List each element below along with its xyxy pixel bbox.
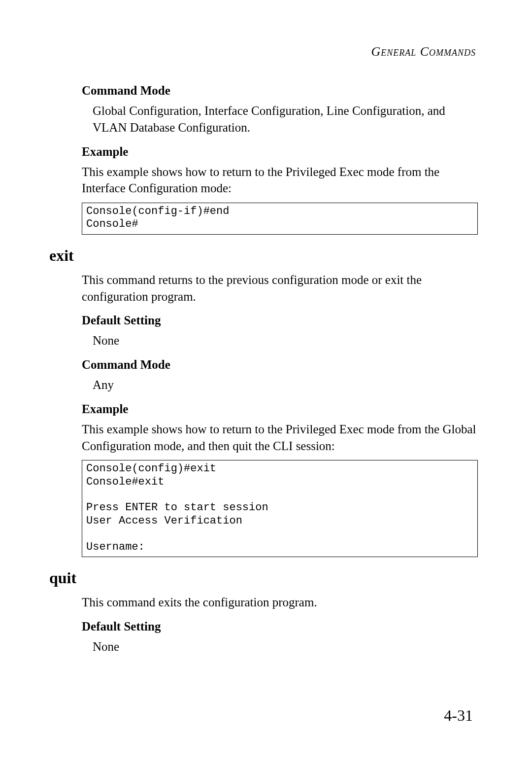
section-end-remainder: Command Mode Global Configuration, Inter…: [49, 84, 478, 235]
quit-default-text: None: [82, 638, 478, 655]
exit-example-code: Console(config)#exit Console#exit Press …: [82, 460, 478, 557]
end-example-code: Console(config-if)#end Console#: [82, 203, 478, 235]
page: General Commands Command Mode Global Con…: [0, 0, 532, 774]
end-command-mode-text: Global Configuration, Interface Configur…: [82, 103, 478, 136]
exit-command-mode-heading: Command Mode: [82, 358, 478, 372]
quit-heading: quit: [49, 569, 478, 587]
exit-heading: exit: [49, 246, 478, 265]
end-example-text: This example shows how to return to the …: [82, 164, 478, 197]
exit-default-heading: Default Setting: [82, 314, 478, 327]
section-exit: This command returns to the previous con…: [49, 272, 478, 557]
section-quit: This command exits the configuration pro…: [49, 594, 478, 655]
exit-default-text: None: [82, 332, 478, 349]
end-example-heading: Example: [82, 145, 478, 159]
exit-description: This command returns to the previous con…: [82, 272, 478, 305]
exit-example-text: This example shows how to return to the …: [82, 421, 478, 455]
end-command-mode-heading: Command Mode: [82, 84, 478, 98]
exit-example-heading: Example: [82, 402, 478, 416]
quit-default-heading: Default Setting: [82, 620, 478, 633]
exit-command-mode-text: Any: [82, 377, 478, 393]
running-header: General Commands: [49, 44, 478, 59]
quit-description: This command exits the configuration pro…: [82, 594, 478, 611]
page-number: 4-31: [444, 706, 473, 725]
